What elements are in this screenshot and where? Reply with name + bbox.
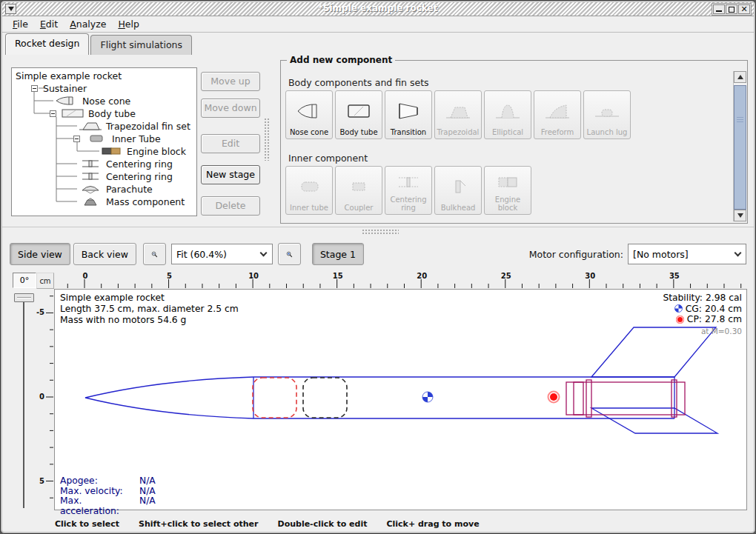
tree-item-rocket[interactable]: Simple example rocket [12,70,196,82]
scrollbar-thumb[interactable] [734,85,746,210]
mass-component-icon [79,196,102,207]
add-body-tube-button[interactable]: Body tube [335,90,382,139]
rotation-slider-track[interactable] [23,302,24,508]
launch-lug-icon [594,93,620,128]
edit-button[interactable]: Edit [201,134,260,153]
tree-expander-icon[interactable] [73,136,80,142]
tree-item-centering-ring-2[interactable]: Centering ring [12,170,196,183]
add-transition-button[interactable]: Transition [385,90,432,139]
menu-analyze[interactable]: Analyze [64,17,112,31]
menu-file[interactable]: File [7,17,34,31]
scroll-up-icon[interactable] [734,71,746,83]
svg-text:0: 0 [39,393,44,401]
tree-item-mass-component[interactable]: Mass component [12,196,196,208]
motor-configuration: Motor configuration: [No motors] [529,242,746,266]
trapezoidal-fin-icon [79,121,102,131]
app-window: *Simple example rocket ✕ File Edit Analy… [0,0,756,534]
inner-component-label: Inner component [288,153,368,164]
stability-value: 2.98 cal [706,293,742,304]
hint-shift-click: Shift+click to select other [139,519,259,529]
tree-item-parachute[interactable]: Parachute [12,183,196,196]
chevron-down-icon [256,244,272,264]
cp-legend-icon [676,316,684,324]
rocket-view-canvas[interactable]: Simple example rocket Length 37.5 cm, ma… [54,289,747,510]
vertical-splitter-handle[interactable] [264,118,271,161]
stability-info: Stability:2.98 cal CG:20.4 cm CP:27.8 cm… [663,293,742,336]
rocket-summary: Simple example rocket Length 37.5 cm, ma… [60,293,239,326]
tree-item-fin-set[interactable]: Trapezoidal fin set [12,120,196,133]
zoom-in-button[interactable] [278,243,301,265]
tree-item-inner-tube[interactable]: Inner Tube [12,133,196,145]
status-bar: Click to select Shift+click to select ot… [1,515,755,533]
centering-ring-icon [79,171,102,181]
add-component-title: Add new component [287,55,395,65]
add-inner-tube-button[interactable]: Inner tube [285,166,333,215]
stability-label: Stability: [663,293,703,304]
apogee-value: N/A [139,476,156,487]
tab-rocket-design[interactable]: Rocket design [5,33,89,55]
svg-text:35: 35 [669,273,680,280]
new-stage-button[interactable]: New stage [201,165,260,184]
tree-item-body-tube[interactable]: Body tube [12,107,196,120]
horizontal-splitter-handle[interactable] [1,227,755,237]
max-velocity-value: N/A [139,487,156,497]
add-centering-ring-button[interactable]: Centering ring [385,166,432,215]
menu-edit[interactable]: Edit [34,17,64,31]
move-up-button[interactable]: Move up [201,72,260,91]
maximize-icon[interactable] [726,4,737,14]
scroll-down-icon[interactable] [734,210,746,221]
trapezoidal-fin-icon [445,93,471,128]
max-acceleration-value: N/A [139,496,156,516]
body-tube-icon [345,93,372,128]
delete-button[interactable]: Delete [201,196,260,216]
add-engine-block-button[interactable]: Engine block [484,166,531,215]
zoom-out-button[interactable] [143,243,166,265]
cg-marker [422,392,433,402]
rotation-slider-handle[interactable] [14,293,34,302]
add-launch-lug-button[interactable]: Launch lug [583,90,631,139]
tree-expander-icon[interactable] [50,110,56,117]
close-icon[interactable]: ✕ [738,4,750,14]
apogee-label: Apogee: [60,476,139,487]
menu-help[interactable]: Help [112,17,145,31]
tree-item-sustainer[interactable]: Sustainer [12,82,196,95]
cg-label: CG: [686,304,702,315]
component-scrollbar[interactable] [733,71,746,221]
inner-tube-icon [84,133,108,144]
add-trapezoidal-fin-button[interactable]: Trapezoidal [434,90,482,139]
add-nose-cone-button[interactable]: Nose cone [285,90,333,139]
hint-click-select: Click to select [55,519,119,529]
side-view-button[interactable]: Side view [10,243,70,265]
ruler-unit-label: cm [36,273,54,289]
rocket-dimensions: Length 37.5 cm, max. diameter 2.5 cm [60,304,239,315]
minimize-icon[interactable] [713,4,725,14]
tree-expander-icon[interactable] [31,85,38,92]
svg-text:20: 20 [417,273,427,280]
engine-block-icon [494,169,521,196]
cp-value: 27.8 cm [705,314,742,325]
title-bar[interactable]: *Simple example rocket ✕ [2,2,754,16]
motor-configuration-select[interactable]: [No motors] [628,244,746,264]
cg-value: 20.4 cm [705,304,742,315]
parachute-icon [79,184,102,194]
stage-1-toggle[interactable]: Stage 1 [312,243,364,265]
menu-bar: File Edit Analyze Help [2,16,754,33]
component-tree[interactable]: Simple example rocket Sustainer Nose con… [11,67,197,216]
zoom-select[interactable]: Fit (60.4%) [171,244,273,264]
tab-flight-simulations[interactable]: Flight simulations [90,35,192,55]
rocket-outline [85,327,717,433]
magnifier-minus-icon [151,247,158,261]
add-bulkhead-button[interactable]: Bulkhead [434,166,482,215]
bulkhead-icon [445,169,471,204]
add-coupler-button[interactable]: Coupler [335,166,382,215]
add-freeform-fin-button[interactable]: Freeform [534,90,581,139]
tree-item-engine-block[interactable]: Engine block [12,145,196,158]
add-elliptical-fin-button[interactable]: Elliptical [484,90,531,139]
rocket-name: Simple example rocket [60,293,239,304]
move-down-button[interactable]: Move down [201,99,260,118]
back-view-button[interactable]: Back view [73,243,136,265]
tree-item-centering-ring-1[interactable]: Centering ring [12,158,196,170]
elliptical-fin-icon [494,93,521,128]
tree-item-nose-cone[interactable]: Nose cone [12,95,196,107]
max-acceleration-label: Max. acceleration: [60,496,139,516]
